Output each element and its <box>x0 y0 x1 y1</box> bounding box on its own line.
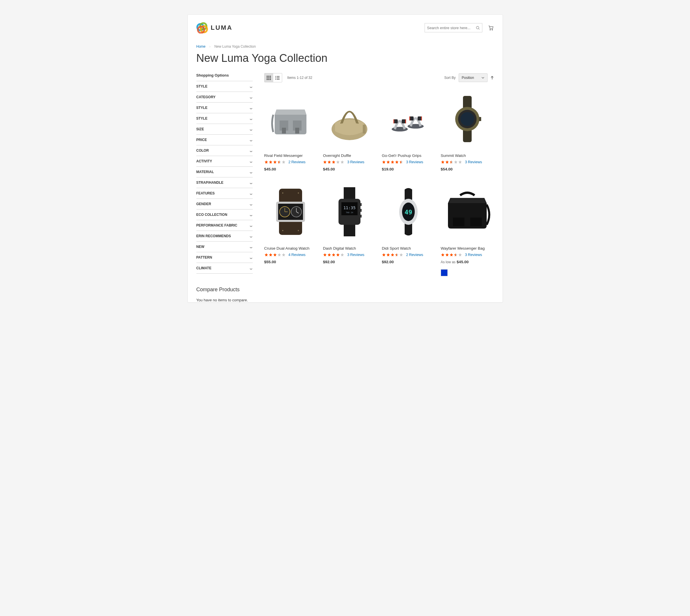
filter-pattern[interactable]: PATTERN⌄ <box>196 252 253 263</box>
filter-gender[interactable]: GENDER⌄ <box>196 199 253 210</box>
product-image[interactable] <box>264 181 317 242</box>
color-swatch[interactable] <box>441 269 448 276</box>
sort-select[interactable]: Position <box>459 73 488 82</box>
view-mode-switcher <box>264 73 282 82</box>
product-image[interactable]: 49 <box>382 181 435 242</box>
svg-text:11:35: 11:35 <box>343 205 356 210</box>
svg-rect-22 <box>277 79 280 80</box>
reviews-link[interactable]: 3Reviews <box>465 160 482 164</box>
svg-rect-30 <box>394 119 398 124</box>
product-image[interactable] <box>382 89 435 149</box>
product-price: $55.00 <box>264 260 317 264</box>
product-image[interactable]: 11:35THU 24 <box>323 181 376 242</box>
star-rating-icon <box>441 253 462 257</box>
product-image[interactable] <box>323 89 376 149</box>
product-image[interactable] <box>264 89 317 149</box>
svg-rect-17 <box>275 76 276 77</box>
product-image[interactable] <box>441 89 494 149</box>
product-name[interactable]: Summit Watch <box>441 153 494 158</box>
sort-direction-button[interactable] <box>490 76 494 80</box>
filter-activity[interactable]: ACTIVITY⌄ <box>196 156 253 167</box>
filter-style[interactable]: STYLE⌄ <box>196 103 253 113</box>
reviews-link[interactable]: 2Reviews <box>406 252 423 257</box>
product-name[interactable]: Rival Field Messenger <box>264 153 317 158</box>
shopping-options-heading: Shopping Options <box>196 73 253 78</box>
filter-price[interactable]: PRICE⌄ <box>196 135 253 145</box>
product-price: $92.00 <box>323 260 376 264</box>
filter-style[interactable]: STYLE⌄ <box>196 113 253 124</box>
star-rating-icon <box>441 160 462 164</box>
svg-rect-21 <box>275 79 276 80</box>
filter-performance-fabric[interactable]: PERFORMANCE FABRIC⌄ <box>196 220 253 231</box>
svg-rect-44 <box>479 117 481 121</box>
cart-icon[interactable] <box>488 25 494 31</box>
chevron-down-icon: ⌄ <box>248 234 253 238</box>
product-price: $92.00 <box>382 260 435 264</box>
product-card[interactable]: Cruise Dual Analog Watch 4Reviews $55.00 <box>264 181 317 276</box>
chevron-down-icon: ⌄ <box>248 106 253 110</box>
reviews-link[interactable]: 3Reviews <box>347 160 364 164</box>
filter-new[interactable]: NEW⌄ <box>196 242 253 252</box>
search-input[interactable] <box>427 26 476 30</box>
brand-logo[interactable]: LUMA <box>196 22 233 34</box>
product-name[interactable]: Dash Digital Watch <box>323 246 376 250</box>
svg-rect-65 <box>360 209 362 212</box>
product-name[interactable]: Didi Sport Watch <box>382 246 435 250</box>
product-card[interactable]: Overnight Duffle 3Reviews $45.00 <box>323 89 376 171</box>
breadcrumb-home[interactable]: Home <box>196 44 206 48</box>
svg-rect-14 <box>267 79 268 80</box>
product-card[interactable]: 49 Didi Sport Watch 2Reviews $92.00 <box>382 181 435 276</box>
svg-rect-66 <box>360 215 362 218</box>
svg-rect-26 <box>295 128 299 133</box>
svg-point-47 <box>298 193 299 194</box>
product-card[interactable]: Rival Field Messenger 2Reviews $45.00 <box>264 89 317 171</box>
filter-erin-recommends[interactable]: ERIN RECOMMENDS⌄ <box>196 231 253 242</box>
chevron-down-icon: ⌄ <box>248 244 253 249</box>
product-name[interactable]: Go-Get'r Pushup Grips <box>382 153 435 158</box>
product-image[interactable] <box>441 181 494 242</box>
svg-point-43 <box>460 112 474 126</box>
filter-label: GENDER <box>196 202 211 206</box>
chevron-down-icon: ⌄ <box>248 84 253 89</box>
product-name[interactable]: Overnight Duffle <box>323 153 376 158</box>
filter-features[interactable]: FEATURES⌄ <box>196 188 253 199</box>
star-rating-icon <box>323 160 344 164</box>
reviews-link[interactable]: 3Reviews <box>347 252 364 257</box>
filter-size[interactable]: SIZE⌄ <box>196 124 253 135</box>
product-card[interactable]: Go-Get'r Pushup Grips 3Reviews $19.00 <box>382 89 435 171</box>
search-icon[interactable] <box>476 26 480 30</box>
product-card[interactable]: 11:35THU 24 Dash Digital Watch 3Reviews … <box>323 181 376 276</box>
grid-view-button[interactable] <box>265 73 273 82</box>
filter-eco-collection[interactable]: ECO COLLECTION⌄ <box>196 210 253 220</box>
chevron-down-icon: ⌄ <box>248 223 253 228</box>
svg-line-5 <box>478 28 479 29</box>
chevron-down-icon: ⌄ <box>248 137 253 142</box>
product-name[interactable]: Cruise Dual Analog Watch <box>264 246 317 250</box>
reviews-link[interactable]: 3Reviews <box>406 160 423 164</box>
filter-material[interactable]: MATERIAL⌄ <box>196 167 253 177</box>
svg-rect-31 <box>402 119 406 124</box>
filter-climate[interactable]: CLIMATE⌄ <box>196 263 253 273</box>
filter-color[interactable]: COLOR⌄ <box>196 145 253 156</box>
svg-point-4 <box>476 26 479 29</box>
filter-label: ECO COLLECTION <box>196 213 227 217</box>
filter-style[interactable]: STYLE⌄ <box>196 81 253 92</box>
list-view-button[interactable] <box>273 73 282 82</box>
star-rating-icon <box>264 253 286 257</box>
product-price: $45.00 <box>264 167 317 171</box>
search-input-wrapper[interactable] <box>425 23 482 32</box>
svg-text:THU 24: THU 24 <box>346 212 353 214</box>
filter-category[interactable]: CATEGORY⌄ <box>196 92 253 103</box>
chevron-down-icon <box>482 77 484 79</box>
product-card[interactable]: Summit Watch 3Reviews $54.00 <box>441 89 494 171</box>
product-card[interactable]: Wayfarer Messenger Bag 3Reviews As low a… <box>441 181 494 276</box>
reviews-link[interactable]: 3Reviews <box>465 252 482 257</box>
product-name[interactable]: Wayfarer Messenger Bag <box>441 246 494 250</box>
svg-rect-25 <box>282 128 286 133</box>
svg-point-49 <box>298 230 299 231</box>
svg-point-6 <box>490 29 490 30</box>
filter-strap-handle[interactable]: STRAP/HANDLE⌄ <box>196 177 253 188</box>
reviews-link[interactable]: 2Reviews <box>289 160 306 164</box>
reviews-link[interactable]: 4Reviews <box>289 252 306 257</box>
filter-label: ACTIVITY <box>196 159 212 163</box>
